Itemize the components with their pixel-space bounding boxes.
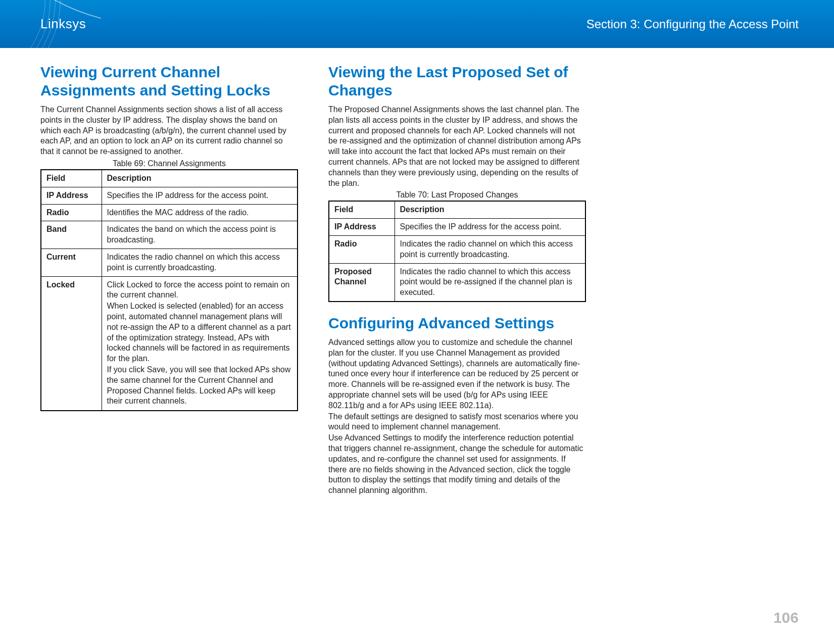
page-header: Linksys Section 3: Configuring the Acces… — [0, 0, 834, 48]
locked-p2: When Locked is selected (enabled) for an… — [107, 301, 292, 364]
right-heading-2: Configuring Advanced Settings — [328, 314, 586, 332]
right-intro-1: The Proposed Channel Assignments shows t… — [328, 105, 586, 188]
brand-label: Linksys — [40, 16, 86, 32]
cell-desc: Indicates the radio channel to which thi… — [395, 263, 585, 302]
table-row: Radio Indicates the radio channel on whi… — [329, 235, 585, 263]
table-row: Field Description — [329, 201, 585, 218]
table-header-desc: Description — [395, 201, 585, 218]
cell-desc: Indicates the band on which the access p… — [102, 221, 298, 249]
cell-field: Radio — [329, 235, 395, 263]
table-row: IP Address Specifies the IP address for … — [41, 187, 298, 204]
right-heading-1: Viewing the Last Proposed Set of Changes — [328, 63, 586, 100]
advanced-p1: Advanced settings allow you to customize… — [328, 337, 586, 411]
cell-field: Locked — [41, 276, 102, 411]
table-row: Radio Identifies the MAC address of the … — [41, 204, 298, 221]
cell-field: Band — [41, 221, 102, 249]
table-row: Band Indicates the band on which the acc… — [41, 221, 298, 249]
cell-field: Radio — [41, 204, 102, 221]
cell-field: IP Address — [329, 219, 395, 236]
subsection-advanced: Configuring Advanced Settings Advanced s… — [328, 314, 586, 496]
left-intro: The Current Channel Assignments section … — [40, 105, 298, 157]
cell-desc: Click Locked to force the access point t… — [102, 276, 298, 411]
right-column: Viewing the Last Proposed Set of Changes… — [328, 63, 586, 496]
page-number: 106 — [773, 609, 799, 626]
table-row: Field Description — [41, 170, 298, 187]
advanced-p3: Use Advanced Settings to modify the inte… — [328, 433, 586, 496]
left-heading: Viewing Current Channel Assignments and … — [40, 63, 298, 100]
table70-caption: Table 70: Last Proposed Changes — [328, 190, 586, 200]
content-area: Viewing Current Channel Assignments and … — [0, 48, 834, 496]
locked-p3: If you click Save, you will see that loc… — [107, 365, 292, 407]
table-header-field: Field — [41, 170, 102, 187]
table-last-proposed: Field Description IP Address Specifies t… — [328, 201, 586, 302]
cell-field: Proposed Channel — [329, 263, 395, 302]
table-row: Current Indicates the radio channel on w… — [41, 249, 298, 276]
table-header-desc: Description — [102, 170, 298, 187]
table69-caption: Table 69: Channel Assignments — [40, 159, 298, 168]
cell-desc: Indicates the radio channel on which thi… — [395, 235, 585, 263]
table-row: Locked Click Locked to force the access … — [41, 276, 298, 411]
table-row: Proposed Channel Indicates the radio cha… — [329, 263, 585, 302]
cell-desc: Identifies the MAC address of the radio. — [102, 204, 298, 221]
section-label: Section 3: Configuring the Access Point — [586, 17, 799, 31]
table-channel-assignments: Field Description IP Address Specifies t… — [40, 169, 298, 411]
left-column: Viewing Current Channel Assignments and … — [40, 63, 298, 496]
table-header-field: Field — [329, 201, 395, 218]
locked-p1: Click Locked to force the access point t… — [107, 280, 292, 301]
advanced-p2: The default settings are designed to sat… — [328, 412, 586, 433]
cell-desc: Specifies the IP address for the access … — [102, 187, 298, 204]
cell-field: IP Address — [41, 187, 102, 204]
cell-field: Current — [41, 249, 102, 276]
table-row: IP Address Specifies the IP address for … — [329, 219, 585, 236]
cell-desc: Specifies the IP address for the access … — [395, 219, 585, 236]
cell-desc: Indicates the radio channel on which thi… — [102, 249, 298, 276]
